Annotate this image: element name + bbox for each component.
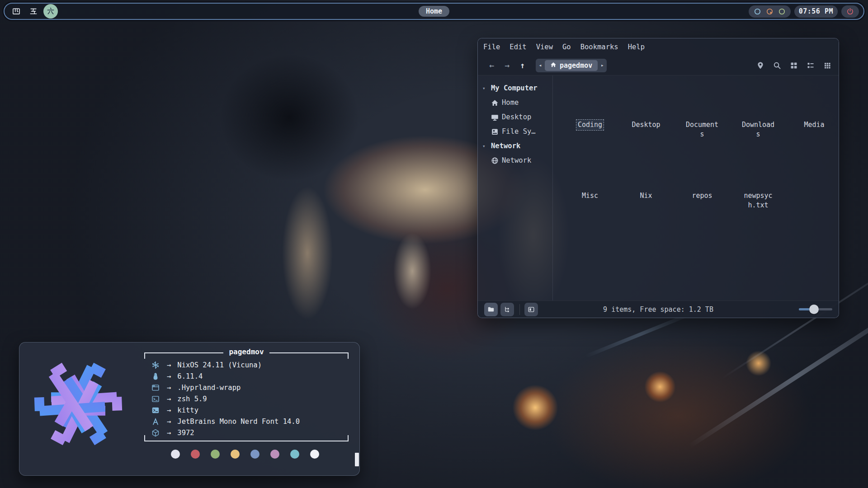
fetch-row: →.Hyprland-wrapp: [151, 382, 349, 393]
workspace-indicator-2[interactable]: [26, 4, 41, 19]
fetch-row: →zsh 5.9: [151, 393, 349, 404]
clock-pill[interactable]: 07:56 PM: [794, 5, 838, 18]
packages-icon: [151, 428, 161, 437]
fetch-row: →3972: [151, 427, 349, 438]
sidebar-item-label: File Sy…: [502, 127, 536, 136]
green-ring-indicator[interactable]: [778, 7, 786, 16]
palette-dot-6: [270, 450, 279, 459]
statusbar-separator: [519, 304, 520, 315]
menu-item-view[interactable]: View: [536, 43, 553, 51]
palette-dot-4: [231, 450, 240, 459]
sidebar-item-home[interactable]: Home: [482, 95, 552, 110]
filesystem-icon: [491, 128, 499, 136]
sidebar-item-desktop[interactable]: Desktop: [482, 110, 552, 124]
file-item-desktop[interactable]: Desktop: [618, 86, 674, 157]
font-icon: [151, 417, 161, 426]
collapse-arrow-icon[interactable]: ▾: [482, 85, 488, 91]
fetch-info-box: pagedmov →NixOS 24.11 (Vicuna)→6.11.4→.H…: [144, 352, 349, 441]
sidebar-item-label: Home: [502, 99, 519, 107]
menu-item-bookmarks[interactable]: Bookmarks: [580, 43, 618, 51]
files-grid: CodingDesktopDocumentsDownloadsMediaMisc…: [562, 86, 839, 228]
fetch-row: →6.11.4: [151, 371, 349, 382]
window-manager-icon: [151, 383, 161, 392]
file-item-documents[interactable]: Documents: [674, 86, 730, 157]
forward-button[interactable]: →: [500, 59, 515, 72]
globe-icon: [491, 157, 499, 164]
sidebar-item-file-sy-[interactable]: File Sy…: [482, 124, 552, 139]
terminal-icon: [151, 406, 161, 415]
menu-item-file[interactable]: File: [483, 43, 500, 51]
shell-icon: [151, 394, 161, 404]
palette-dot-5: [250, 450, 259, 459]
top-bar: Home 07:56 PM: [4, 3, 864, 20]
palette-dot-3: [211, 450, 220, 459]
places-pane-button[interactable]: [484, 303, 498, 316]
toolbar: ← → ↑ ◂ pagedmov ▸: [478, 56, 839, 75]
zoom-slider[interactable]: [799, 305, 832, 314]
tux-icon: [151, 372, 161, 381]
sidebar-item-label: Network: [502, 156, 531, 164]
home-icon: [491, 99, 499, 107]
sidebar-section-my-computer[interactable]: ▾My Computer: [482, 81, 552, 95]
sidebar-section-label: Network: [491, 142, 520, 150]
collapse-arrow-icon[interactable]: ▾: [482, 143, 488, 149]
file-item-label: Documents: [682, 119, 722, 140]
menu-item-help[interactable]: Help: [628, 43, 645, 51]
up-button[interactable]: ↑: [515, 59, 530, 72]
sidebar-item-network[interactable]: Network: [482, 153, 552, 168]
arrow-glyph: →: [167, 384, 171, 392]
compact-view-icon[interactable]: [822, 61, 832, 70]
directory-tree-button[interactable]: [500, 303, 514, 316]
search-icon[interactable]: [772, 61, 782, 70]
list-view-icon[interactable]: [806, 61, 816, 70]
fetch-value: .Hyprland-wrapp: [177, 384, 241, 392]
nix-mini-icon: [151, 361, 161, 370]
toggle-panel-button[interactable]: [524, 303, 538, 316]
fetch-value: 3972: [177, 429, 194, 437]
path-segment-label: pagedmov: [560, 61, 592, 70]
fetch-row: →NixOS 24.11 (Vicuna): [151, 359, 349, 371]
fetch-row: →kitty: [151, 404, 349, 416]
workspace-indicator-3[interactable]: [43, 4, 58, 19]
back-button[interactable]: ←: [484, 59, 500, 72]
orange-pie-indicator[interactable]: [765, 7, 774, 16]
file-item-label: repos: [690, 190, 714, 202]
file-item-label: Media: [802, 119, 826, 131]
file-item-nix[interactable]: Nix: [618, 157, 674, 228]
active-window-title[interactable]: Home: [419, 6, 449, 17]
file-item-label: Coding: [576, 119, 604, 131]
workspace-indicator-1[interactable]: [9, 4, 24, 19]
location-pin-icon[interactable]: [755, 61, 765, 70]
palette-dot-8: [310, 450, 319, 459]
tray-indicators-pill: [749, 5, 791, 18]
palette-dot-1: [171, 450, 180, 459]
sidebar-section-network[interactable]: ▾Network: [482, 139, 552, 153]
file-item-label: Nix: [638, 190, 654, 202]
zoom-slider-knob[interactable]: [809, 305, 819, 314]
icon-view-icon[interactable]: [789, 61, 799, 70]
file-item-misc[interactable]: Misc: [562, 157, 618, 228]
fetch-value: 6.11.4: [177, 372, 203, 380]
path-scroll-left-icon[interactable]: ◂: [536, 62, 545, 68]
file-item-newpsych-txt[interactable]: newpsych.txt: [730, 157, 786, 228]
menu-item-go[interactable]: Go: [562, 43, 571, 51]
sidebar: ▾My ComputerHomeDesktopFile Sy…▾NetworkN…: [478, 75, 553, 300]
fetch-row: →JetBrains Mono Nerd Font 14.0: [151, 416, 349, 427]
status-bar: 9 items, Free space: 1.2 TB: [478, 300, 839, 318]
path-bar: ◂ pagedmov ▸: [536, 59, 607, 72]
sidebar-section-label: My Computer: [491, 84, 538, 92]
terminal-window[interactable]: pagedmov →NixOS 24.11 (Vicuna)→6.11.4→.H…: [19, 342, 360, 476]
palette-dot-2: [191, 450, 200, 459]
path-segment-home[interactable]: pagedmov: [545, 60, 598, 71]
home-icon: [550, 61, 557, 70]
file-item-media[interactable]: Media: [786, 86, 839, 157]
file-item-coding[interactable]: Coding: [562, 86, 618, 157]
blue-ring-indicator[interactable]: [753, 7, 762, 16]
path-scroll-right-icon[interactable]: ▸: [598, 62, 607, 68]
file-area: CodingDesktopDocumentsDownloadsMediaMisc…: [553, 75, 839, 300]
menu-item-edit[interactable]: Edit: [509, 43, 526, 51]
file-item-repos[interactable]: repos: [674, 157, 730, 228]
power-button[interactable]: [841, 5, 859, 18]
file-item-downloads[interactable]: Downloads: [730, 86, 786, 157]
power-icon: [846, 7, 854, 16]
